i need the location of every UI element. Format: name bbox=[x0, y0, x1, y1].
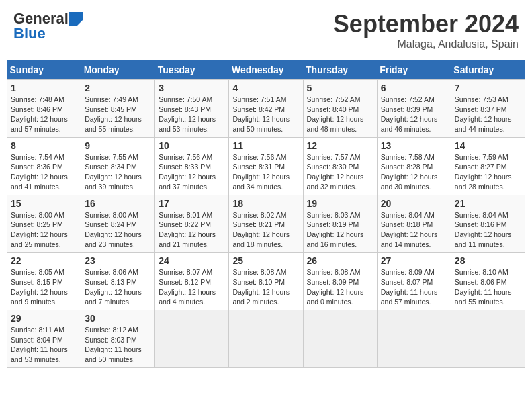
day-info: Sunrise: 8:07 AM Sunset: 8:12 PM Dayligh… bbox=[159, 267, 225, 307]
table-row bbox=[377, 310, 451, 368]
month-title: September 2024 bbox=[333, 10, 519, 38]
day-number: 18 bbox=[232, 198, 299, 209]
day-number: 20 bbox=[381, 198, 447, 209]
table-row: 28Sunrise: 8:10 AM Sunset: 8:06 PM Dayli… bbox=[451, 253, 525, 310]
table-row: 8Sunrise: 7:54 AM Sunset: 8:36 PM Daylig… bbox=[7, 137, 81, 195]
day-info: Sunrise: 8:09 AM Sunset: 8:07 PM Dayligh… bbox=[381, 267, 447, 307]
day-number: 19 bbox=[307, 198, 373, 209]
calendar-week-row: 29Sunrise: 8:11 AM Sunset: 8:04 PM Dayli… bbox=[7, 310, 525, 368]
table-row: 22Sunrise: 8:05 AM Sunset: 8:15 PM Dayli… bbox=[7, 253, 81, 310]
day-number: 5 bbox=[307, 83, 373, 93]
day-info: Sunrise: 7:52 AM Sunset: 8:40 PM Dayligh… bbox=[307, 95, 373, 134]
day-info: Sunrise: 8:08 AM Sunset: 8:09 PM Dayligh… bbox=[307, 267, 373, 307]
day-number: 6 bbox=[381, 83, 447, 93]
day-number: 27 bbox=[381, 255, 447, 266]
day-number: 17 bbox=[159, 198, 225, 209]
day-info: Sunrise: 8:06 AM Sunset: 8:13 PM Dayligh… bbox=[85, 267, 151, 307]
day-number: 8 bbox=[11, 140, 77, 151]
svg-marker-0 bbox=[69, 12, 83, 26]
table-row: 10Sunrise: 7:56 AM Sunset: 8:33 PM Dayli… bbox=[155, 137, 229, 195]
day-number: 15 bbox=[11, 198, 77, 209]
logo: General Blue bbox=[13, 10, 83, 42]
table-row: 6Sunrise: 7:52 AM Sunset: 8:39 PM Daylig… bbox=[377, 80, 451, 138]
day-number: 12 bbox=[307, 140, 373, 151]
table-row: 9Sunrise: 7:55 AM Sunset: 8:34 PM Daylig… bbox=[81, 137, 155, 195]
day-info: Sunrise: 8:00 AM Sunset: 8:24 PM Dayligh… bbox=[85, 210, 151, 250]
table-row bbox=[155, 310, 229, 368]
calendar-week-row: 1Sunrise: 7:48 AM Sunset: 8:46 PM Daylig… bbox=[7, 80, 525, 138]
day-info: Sunrise: 7:53 AM Sunset: 8:37 PM Dayligh… bbox=[455, 95, 521, 134]
day-number: 25 bbox=[232, 255, 299, 266]
table-row: 27Sunrise: 8:09 AM Sunset: 8:07 PM Dayli… bbox=[377, 253, 451, 310]
calendar-week-row: 22Sunrise: 8:05 AM Sunset: 8:15 PM Dayli… bbox=[7, 253, 525, 310]
day-info: Sunrise: 7:51 AM Sunset: 8:42 PM Dayligh… bbox=[232, 95, 299, 134]
table-row: 29Sunrise: 8:11 AM Sunset: 8:04 PM Dayli… bbox=[7, 310, 81, 368]
day-info: Sunrise: 7:59 AM Sunset: 8:27 PM Dayligh… bbox=[455, 152, 521, 192]
table-row: 14Sunrise: 7:59 AM Sunset: 8:27 PM Dayli… bbox=[451, 137, 525, 195]
day-number: 13 bbox=[381, 140, 447, 151]
table-row: 30Sunrise: 8:12 AM Sunset: 8:03 PM Dayli… bbox=[81, 310, 155, 368]
day-number: 28 bbox=[455, 255, 521, 266]
day-number: 29 bbox=[11, 313, 77, 324]
day-info: Sunrise: 7:56 AM Sunset: 8:31 PM Dayligh… bbox=[232, 152, 299, 192]
day-info: Sunrise: 8:08 AM Sunset: 8:10 PM Dayligh… bbox=[232, 267, 299, 307]
table-row: 4Sunrise: 7:51 AM Sunset: 8:42 PM Daylig… bbox=[229, 80, 303, 138]
day-info: Sunrise: 8:00 AM Sunset: 8:25 PM Dayligh… bbox=[11, 210, 77, 250]
day-number: 26 bbox=[307, 255, 373, 266]
table-row: 12Sunrise: 7:57 AM Sunset: 8:30 PM Dayli… bbox=[303, 137, 377, 195]
calendar-header-row: Sunday Monday Tuesday Wednesday Thursday… bbox=[7, 60, 525, 80]
day-number: 23 bbox=[85, 255, 151, 266]
page-header: General Blue September 2024 Malaga, Anda… bbox=[7, 7, 525, 54]
table-row: 19Sunrise: 8:03 AM Sunset: 8:19 PM Dayli… bbox=[303, 195, 377, 253]
day-info: Sunrise: 7:54 AM Sunset: 8:36 PM Dayligh… bbox=[11, 152, 77, 192]
table-row bbox=[229, 310, 303, 368]
table-row: 18Sunrise: 8:02 AM Sunset: 8:21 PM Dayli… bbox=[229, 195, 303, 253]
table-row: 17Sunrise: 8:01 AM Sunset: 8:22 PM Dayli… bbox=[155, 195, 229, 253]
logo-icon bbox=[69, 12, 83, 26]
col-friday: Friday bbox=[377, 60, 451, 80]
day-info: Sunrise: 8:12 AM Sunset: 8:03 PM Dayligh… bbox=[85, 325, 151, 365]
table-row: 1Sunrise: 7:48 AM Sunset: 8:46 PM Daylig… bbox=[7, 80, 81, 138]
table-row: 24Sunrise: 8:07 AM Sunset: 8:12 PM Dayli… bbox=[155, 253, 229, 310]
col-monday: Monday bbox=[81, 60, 155, 80]
day-number: 3 bbox=[159, 83, 225, 93]
day-info: Sunrise: 8:04 AM Sunset: 8:18 PM Dayligh… bbox=[381, 210, 447, 250]
day-info: Sunrise: 8:11 AM Sunset: 8:04 PM Dayligh… bbox=[11, 325, 77, 365]
day-info: Sunrise: 8:03 AM Sunset: 8:19 PM Dayligh… bbox=[307, 210, 373, 250]
table-row: 16Sunrise: 8:00 AM Sunset: 8:24 PM Dayli… bbox=[81, 195, 155, 253]
col-sunday: Sunday bbox=[7, 60, 81, 80]
logo-blue: Blue bbox=[13, 25, 46, 42]
table-row bbox=[303, 310, 377, 368]
day-info: Sunrise: 7:48 AM Sunset: 8:46 PM Dayligh… bbox=[11, 95, 77, 134]
calendar-week-row: 15Sunrise: 8:00 AM Sunset: 8:25 PM Dayli… bbox=[7, 195, 525, 253]
table-row: 5Sunrise: 7:52 AM Sunset: 8:40 PM Daylig… bbox=[303, 80, 377, 138]
day-number: 16 bbox=[85, 198, 151, 209]
day-number: 1 bbox=[11, 83, 77, 93]
day-number: 2 bbox=[85, 83, 151, 93]
day-info: Sunrise: 7:52 AM Sunset: 8:39 PM Dayligh… bbox=[381, 95, 447, 134]
day-info: Sunrise: 8:10 AM Sunset: 8:06 PM Dayligh… bbox=[455, 267, 521, 307]
table-row: 3Sunrise: 7:50 AM Sunset: 8:43 PM Daylig… bbox=[155, 80, 229, 138]
table-row: 2Sunrise: 7:49 AM Sunset: 8:45 PM Daylig… bbox=[81, 80, 155, 138]
table-row: 25Sunrise: 8:08 AM Sunset: 8:10 PM Dayli… bbox=[229, 253, 303, 310]
day-number: 14 bbox=[455, 140, 521, 151]
day-number: 7 bbox=[455, 83, 521, 93]
day-number: 22 bbox=[11, 255, 77, 266]
day-info: Sunrise: 7:58 AM Sunset: 8:28 PM Dayligh… bbox=[381, 152, 447, 192]
table-row: 11Sunrise: 7:56 AM Sunset: 8:31 PM Dayli… bbox=[229, 137, 303, 195]
calendar-table: Sunday Monday Tuesday Wednesday Thursday… bbox=[7, 60, 525, 368]
table-row: 15Sunrise: 8:00 AM Sunset: 8:25 PM Dayli… bbox=[7, 195, 81, 253]
day-info: Sunrise: 8:02 AM Sunset: 8:21 PM Dayligh… bbox=[232, 210, 299, 250]
title-block: September 2024 Malaga, Andalusia, Spain bbox=[333, 10, 519, 50]
day-number: 4 bbox=[232, 83, 299, 93]
day-number: 10 bbox=[159, 140, 225, 151]
table-row: 26Sunrise: 8:08 AM Sunset: 8:09 PM Dayli… bbox=[303, 253, 377, 310]
day-info: Sunrise: 8:04 AM Sunset: 8:16 PM Dayligh… bbox=[455, 210, 521, 250]
col-thursday: Thursday bbox=[303, 60, 377, 80]
location: Malaga, Andalusia, Spain bbox=[333, 38, 519, 50]
calendar-week-row: 8Sunrise: 7:54 AM Sunset: 8:36 PM Daylig… bbox=[7, 137, 525, 195]
col-saturday: Saturday bbox=[451, 60, 525, 80]
table-row: 21Sunrise: 8:04 AM Sunset: 8:16 PM Dayli… bbox=[451, 195, 525, 253]
day-info: Sunrise: 7:50 AM Sunset: 8:43 PM Dayligh… bbox=[159, 95, 225, 134]
day-number: 24 bbox=[159, 255, 225, 266]
